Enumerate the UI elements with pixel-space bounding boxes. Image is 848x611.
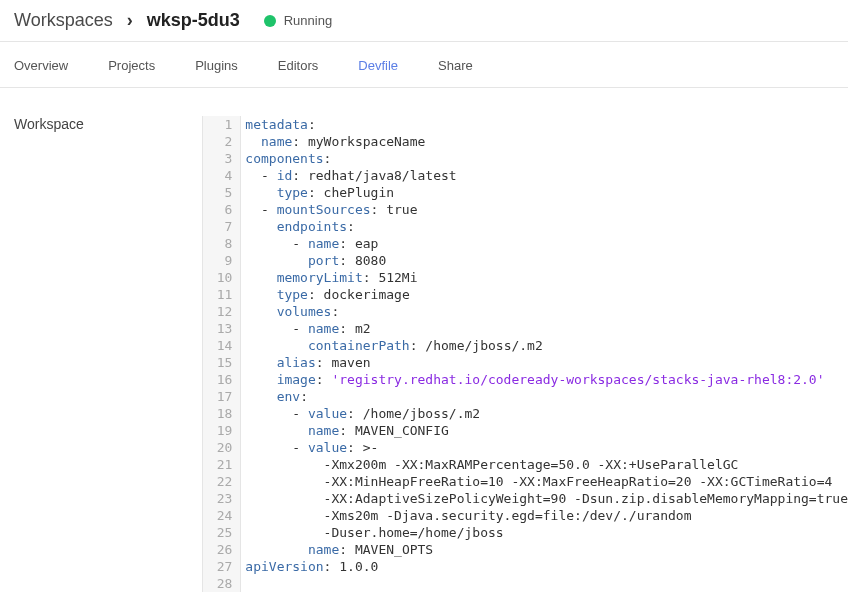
tab-plugins[interactable]: Plugins: [195, 58, 238, 73]
chevron-right-icon: ›: [127, 10, 133, 31]
code-line[interactable]: - value: >-: [245, 439, 848, 456]
tab-share[interactable]: Share: [438, 58, 473, 73]
code-line[interactable]: - value: /home/jboss/.m2: [245, 405, 848, 422]
workspace-name: wksp-5du3: [147, 10, 240, 31]
code-line[interactable]: -XX:AdaptiveSizePolicyWeight=90 -Dsun.zi…: [245, 490, 848, 507]
code-line[interactable]: name: myWorkspaceName: [245, 133, 848, 150]
code-line[interactable]: containerPath: /home/jboss/.m2: [245, 337, 848, 354]
breadcrumb-root[interactable]: Workspaces: [14, 10, 113, 31]
code-line[interactable]: volumes:: [245, 303, 848, 320]
editor-content[interactable]: metadata: name: myWorkspaceNamecomponent…: [241, 116, 848, 592]
sidebar: Workspace: [0, 116, 202, 592]
code-line[interactable]: metadata:: [245, 116, 848, 133]
devfile-editor[interactable]: 1234567891011121314151617181920212223242…: [202, 116, 848, 592]
code-line[interactable]: - mountSources: true: [245, 201, 848, 218]
status-badge: Running: [264, 13, 332, 28]
tab-projects[interactable]: Projects: [108, 58, 155, 73]
code-line[interactable]: env:: [245, 388, 848, 405]
code-line[interactable]: -Xms20m -Djava.security.egd=file:/dev/./…: [245, 507, 848, 524]
code-line[interactable]: -XX:MinHeapFreeRatio=10 -XX:MaxFreeHeapR…: [245, 473, 848, 490]
status-text: Running: [284, 13, 332, 28]
code-line[interactable]: - id: redhat/java8/latest: [245, 167, 848, 184]
tab-editors[interactable]: Editors: [278, 58, 318, 73]
status-dot-icon: [264, 15, 276, 27]
code-line[interactable]: -Xmx200m -XX:MaxRAMPercentage=50.0 -XX:+…: [245, 456, 848, 473]
breadcrumb: Workspaces › wksp-5du3 Running: [0, 0, 848, 42]
tab-overview[interactable]: Overview: [14, 58, 68, 73]
code-line[interactable]: name: MAVEN_CONFIG: [245, 422, 848, 439]
editor-gutter: 1234567891011121314151617181920212223242…: [203, 116, 242, 592]
code-line[interactable]: [245, 575, 848, 592]
tab-devfile[interactable]: Devfile: [358, 58, 398, 73]
code-line[interactable]: components:: [245, 150, 848, 167]
code-line[interactable]: type: chePlugin: [245, 184, 848, 201]
code-line[interactable]: alias: maven: [245, 354, 848, 371]
code-line[interactable]: name: MAVEN_OPTS: [245, 541, 848, 558]
code-line[interactable]: port: 8080: [245, 252, 848, 269]
code-line[interactable]: endpoints:: [245, 218, 848, 235]
code-line[interactable]: - name: eap: [245, 235, 848, 252]
code-line[interactable]: memoryLimit: 512Mi: [245, 269, 848, 286]
code-line[interactable]: -Duser.home=/home/jboss: [245, 524, 848, 541]
sidebar-section-label: Workspace: [14, 116, 202, 132]
code-line[interactable]: type: dockerimage: [245, 286, 848, 303]
code-line[interactable]: image: 'registry.redhat.io/codeready-wor…: [245, 371, 848, 388]
code-line[interactable]: apiVersion: 1.0.0: [245, 558, 848, 575]
code-line[interactable]: - name: m2: [245, 320, 848, 337]
tab-bar: OverviewProjectsPluginsEditorsDevfileSha…: [0, 42, 848, 88]
